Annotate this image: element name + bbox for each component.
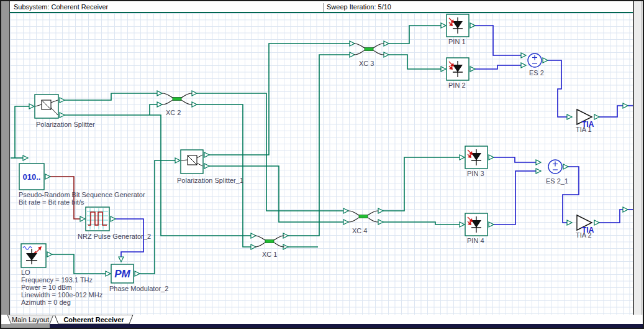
port-arrow-48[interactable] bbox=[623, 103, 628, 108]
component-xc-2[interactable] bbox=[162, 93, 192, 104]
tab-coherent-receiver-label[interactable]: Coherent Receiver bbox=[63, 316, 124, 323]
port-arrow-21[interactable] bbox=[350, 41, 355, 46]
component-pin-1[interactable] bbox=[447, 14, 469, 37]
port-arrow-29[interactable] bbox=[441, 23, 446, 28]
window-border-left bbox=[0, 0, 1, 329]
port-arrow-36[interactable] bbox=[489, 222, 494, 227]
wire-electrical-19[interactable] bbox=[475, 25, 521, 55]
component-label-20: ES 2_1 bbox=[546, 177, 568, 185]
wire-optical-8[interactable] bbox=[209, 166, 343, 222]
port-arrow-9[interactable] bbox=[119, 257, 124, 262]
port-arrow-38[interactable] bbox=[521, 63, 526, 68]
window-border-top bbox=[0, 0, 644, 1]
wire-optical-9[interactable] bbox=[197, 93, 343, 211]
port-arrow-47[interactable] bbox=[23, 155, 28, 160]
port-arrow-2[interactable] bbox=[60, 113, 65, 118]
component-polarization-splitter-1[interactable] bbox=[181, 150, 203, 174]
port-arrow-31[interactable] bbox=[441, 67, 446, 72]
wire-optical-1[interactable] bbox=[15, 106, 29, 158]
wire-optical-5[interactable] bbox=[52, 254, 106, 274]
port-arrow-6[interactable] bbox=[47, 252, 52, 257]
component-label-12: XC 2 bbox=[166, 109, 181, 116]
wire-optical-7[interactable] bbox=[209, 44, 350, 155]
port-arrow-12[interactable] bbox=[204, 164, 209, 169]
port-arrow-24[interactable] bbox=[384, 52, 389, 57]
port-arrow-45[interactable] bbox=[567, 220, 572, 225]
port-arrow-11[interactable] bbox=[204, 152, 209, 157]
port-arrow-8[interactable] bbox=[135, 271, 140, 276]
port-arrow-42[interactable] bbox=[563, 164, 568, 169]
component-xc-4[interactable] bbox=[348, 211, 378, 222]
component-pin-3[interactable] bbox=[465, 146, 488, 169]
port-arrow-23[interactable] bbox=[384, 41, 389, 46]
component-xc-1[interactable] bbox=[255, 236, 284, 247]
wire-electrical-26[interactable] bbox=[563, 167, 579, 223]
port-arrow-34[interactable] bbox=[489, 155, 494, 160]
port-arrow-14[interactable] bbox=[157, 102, 162, 107]
component-pin-4[interactable] bbox=[465, 213, 488, 236]
port-arrow-33[interactable] bbox=[460, 155, 465, 160]
port-arrow-15[interactable] bbox=[192, 91, 197, 96]
port-arrow-16[interactable] bbox=[192, 102, 197, 107]
svg-text:010..: 010.. bbox=[23, 172, 41, 182]
component-xc-3[interactable] bbox=[354, 44, 384, 55]
port-arrow-43[interactable] bbox=[567, 114, 572, 119]
component-label-5: Frequency = 193.1 THz bbox=[21, 276, 93, 284]
component-lo-laser[interactable] bbox=[21, 244, 46, 267]
wire-optical-11[interactable] bbox=[288, 55, 350, 236]
port-arrow-5[interactable] bbox=[111, 216, 116, 221]
component-label-18: PIN 4 bbox=[467, 237, 484, 244]
wire-electrical-27[interactable] bbox=[599, 210, 623, 223]
wire-optical-13[interactable] bbox=[389, 25, 441, 44]
port-arrow-22[interactable] bbox=[350, 52, 355, 57]
wire-electrical-24[interactable] bbox=[494, 157, 536, 162]
component-label-1: Pseudo-Random Bit Sequence Generator bbox=[19, 191, 145, 198]
port-arrow-46[interactable] bbox=[594, 220, 599, 225]
wire-optical-4[interactable] bbox=[150, 104, 157, 115]
wire-electrical-21[interactable] bbox=[548, 60, 567, 117]
subsystem-title: Subsystem: Coherent Receiver bbox=[14, 3, 108, 11]
component-pin-2[interactable] bbox=[447, 58, 469, 80]
component-phase-modulator[interactable]: PM bbox=[111, 264, 134, 283]
wire-electrical-20[interactable] bbox=[475, 65, 521, 69]
port-arrow-28[interactable] bbox=[378, 220, 383, 225]
port-arrow-7[interactable] bbox=[106, 271, 111, 276]
component-label-10: Polarization Splitter_1 bbox=[177, 177, 243, 184]
port-arrow-3[interactable] bbox=[45, 174, 50, 179]
component-polarization-splitter[interactable] bbox=[35, 95, 58, 118]
port-arrow-13[interactable] bbox=[157, 91, 162, 96]
tab-main-layout-label[interactable]: Main Layout bbox=[12, 316, 49, 323]
schematic-diagram[interactable]: 010..PMTIATIAPolarization SplitterPseudo… bbox=[10, 13, 633, 315]
wire-optical-10[interactable] bbox=[197, 104, 251, 247]
wire-optical-2[interactable] bbox=[65, 93, 157, 100]
port-arrow-10[interactable] bbox=[175, 158, 180, 163]
port-arrow-25[interactable] bbox=[343, 208, 348, 213]
wire-optical-15[interactable] bbox=[383, 157, 460, 211]
port-arrow-30[interactable] bbox=[470, 23, 475, 28]
port-arrow-44[interactable] bbox=[594, 114, 599, 119]
port-arrow-41[interactable] bbox=[536, 169, 541, 174]
wire-optical-6[interactable] bbox=[140, 160, 175, 274]
wire-optical-16[interactable] bbox=[383, 222, 460, 225]
port-arrow-26[interactable] bbox=[343, 220, 348, 225]
port-arrow-32[interactable] bbox=[470, 67, 475, 72]
port-arrow-49[interactable] bbox=[623, 207, 628, 212]
port-arrow-37[interactable] bbox=[521, 53, 526, 58]
wire-electrical-25[interactable] bbox=[494, 171, 536, 225]
wire-electrical-22[interactable] bbox=[599, 106, 623, 117]
port-arrow-40[interactable] bbox=[536, 160, 541, 165]
port-arrow-27[interactable] bbox=[378, 208, 383, 213]
wire-optical-14[interactable] bbox=[389, 55, 441, 69]
component-es-2[interactable] bbox=[528, 53, 542, 67]
component-prbs-generator[interactable]: 010.. bbox=[19, 164, 44, 190]
port-arrow-4[interactable] bbox=[80, 216, 85, 221]
gutter-line bbox=[641, 1, 642, 315]
canvas-header: Subsystem: Coherent Receiver Sweep Itera… bbox=[9, 1, 633, 13]
port-arrow-35[interactable] bbox=[460, 222, 465, 227]
component-nrz-pulse-generator[interactable] bbox=[86, 207, 109, 231]
component-es-2-1[interactable] bbox=[548, 160, 562, 174]
port-arrow-39[interactable] bbox=[543, 58, 548, 63]
port-arrow-1[interactable] bbox=[60, 98, 65, 103]
port-arrow-0[interactable] bbox=[29, 104, 34, 109]
design-canvas[interactable]: 010..PMTIATIAPolarization SplitterPseudo… bbox=[9, 13, 633, 315]
